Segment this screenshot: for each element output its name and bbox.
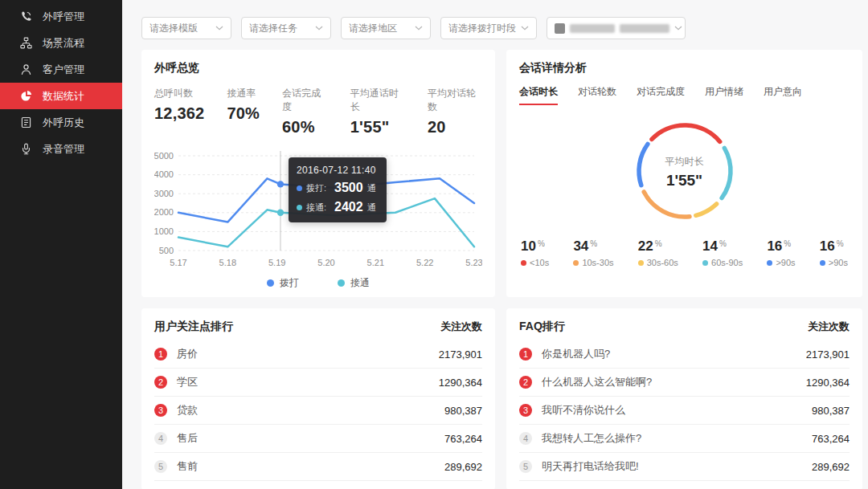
tab-duration[interactable]: 会话时长 (519, 85, 558, 105)
tab-emotion[interactable]: 用户情绪 (705, 85, 743, 105)
history-doc-icon (20, 116, 32, 128)
tooltip-row: 拨打:3500通 (297, 181, 379, 195)
rank-badge: 4 (154, 432, 167, 445)
rank-rows: 1房价2173,9012学区1290,3643贷款980,3874售后763,2… (154, 340, 482, 481)
rank-value: 1290,364 (806, 377, 850, 389)
chevron-down-icon (674, 26, 682, 31)
rank-label: 贷款 (177, 403, 444, 418)
filter-redacted-select[interactable] (547, 17, 686, 39)
stat-value: 1'55" (350, 118, 405, 137)
rank-label: 你是机器人吗? (542, 347, 806, 361)
chart-tooltip: 2016-07-12 11:40 拨打:3500通接通:2402通 (289, 157, 387, 222)
legend-label: 拨打 (280, 276, 299, 290)
rank-value: 980,387 (444, 405, 482, 417)
filter-template-select[interactable]: 请选择模版 (141, 17, 231, 39)
legend-item-接通[interactable]: 接通 (338, 276, 370, 290)
filter-region-select[interactable]: 请选择地区 (341, 17, 431, 39)
duration-stat: 16%>90s (820, 238, 848, 267)
flow-icon (20, 37, 32, 49)
rank-value: 289,692 (812, 461, 850, 473)
rank-rows: 1你是机器人吗?2173,9012什么机器人这么智能啊?1290,3643我听不… (519, 340, 850, 481)
overview-stat: 平均通话时长1'55" (350, 87, 405, 137)
rank-title: 用户关注点排行 (154, 320, 233, 334)
rank-label: 学区 (177, 375, 439, 389)
rank-badge: 1 (154, 348, 167, 361)
range-dot-icon (820, 260, 825, 266)
svg-text:5.19: 5.19 (268, 258, 285, 267)
filter-time-range-select[interactable]: 请选择拨打时段 (440, 17, 537, 39)
tab-completion[interactable]: 对话完成度 (637, 85, 685, 105)
sidebar-item-label: 场景流程 (43, 36, 84, 51)
range-dot-icon (702, 260, 708, 266)
rank-badge: 3 (519, 404, 532, 417)
series-dot-icon (297, 185, 302, 191)
session-tabs: 会话时长对话轮数对话完成度用户情绪用户意向 (519, 85, 850, 105)
filter-task-select[interactable]: 请选择任务 (241, 17, 331, 39)
stat-value: 20 (428, 118, 482, 137)
dashboard-grid: 外呼总览 总呼叫数12,362接通率70%会话完成度60%平均通话时长1'55"… (141, 50, 868, 489)
svg-text:500: 500 (159, 246, 174, 255)
rank-row: 5明天再打电话给我吧!289,692 (519, 453, 850, 481)
overview-stat: 接通率70% (227, 87, 260, 137)
range-dot-icon (638, 260, 644, 266)
duration-stat: 22%30s-60s (638, 238, 678, 267)
svg-text:3000: 3000 (154, 189, 174, 198)
rank-row: 3贷款980,387 (154, 397, 482, 425)
donut-chart: 平均时长 1'55" (628, 115, 741, 229)
donut-center-label: 平均时长 (665, 155, 704, 169)
sidebar-item-outbound-management[interactable]: 外呼管理 (0, 3, 122, 30)
rank-label: 房价 (177, 347, 439, 361)
filter-bar: 请选择模版请选择任务请选择地区请选择拨打时段 (141, 17, 868, 39)
chevron-down-icon (415, 26, 423, 31)
rank-label: 我听不清你说什么 (542, 403, 812, 418)
rank-label: 什么机器人这么智能啊? (542, 375, 806, 389)
sidebar-item-scenario-flow[interactable]: 场景流程 (0, 30, 122, 56)
overview-card-title: 外呼总览 (154, 61, 482, 75)
svg-text:5.18: 5.18 (219, 258, 236, 267)
legend-dot-icon (267, 279, 274, 287)
microphone-icon (20, 143, 32, 155)
rank-value: 763,264 (444, 433, 482, 445)
rank-value: 1290,364 (439, 377, 482, 389)
rank-title: FAQ排行 (519, 320, 565, 334)
rank-label: 售后 (177, 431, 444, 446)
tooltip-row: 接通:2402通 (297, 200, 379, 214)
rank-row: 4售后763,264 (154, 425, 482, 453)
sidebar-item-label: 外呼历史 (43, 116, 84, 130)
tab-rounds[interactable]: 对话轮数 (578, 85, 616, 105)
svg-text:5000: 5000 (154, 151, 174, 161)
sidebar-item-label: 录音管理 (43, 142, 84, 157)
session-card: 会话详情分析 会话时长对话轮数对话完成度用户情绪用户意向 平均时长 1'55" … (506, 50, 862, 297)
svg-text:4000: 4000 (154, 169, 174, 179)
sidebar: 外呼管理场景流程客户管理数据统计外呼历史录音管理 (0, 0, 122, 489)
rank-badge: 5 (154, 460, 167, 473)
tab-intent[interactable]: 用户意向 (764, 85, 802, 105)
svg-text:5.17: 5.17 (170, 258, 186, 267)
range-dot-icon (767, 260, 772, 266)
legend-item-拨打[interactable]: 拨打 (267, 276, 299, 290)
overview-stats: 总呼叫数12,362接通率70%会话完成度60%平均通话时长1'55"平均对话轮… (154, 87, 482, 137)
rank-value: 2173,901 (439, 348, 482, 361)
line-chart[interactable]: 500100020003000400050005.175.185.195.205… (154, 148, 482, 270)
legend-dot-icon (338, 279, 345, 287)
sidebar-item-customer-management[interactable]: 客户管理 (0, 56, 122, 83)
rank-count-header: 关注次数 (808, 320, 850, 334)
svg-text:5.22: 5.22 (416, 258, 433, 267)
rank-value: 980,387 (812, 405, 850, 417)
chevron-down-icon (215, 26, 223, 31)
stat-label: 总呼叫数 (154, 87, 204, 100)
stat-value: 12,362 (154, 104, 204, 123)
overview-stat: 总呼叫数12,362 (154, 87, 204, 137)
sidebar-item-recording-management[interactable]: 录音管理 (0, 136, 122, 162)
svg-text:2000: 2000 (154, 207, 174, 217)
series-dot-icon (297, 205, 302, 210)
donut-center-value: 1'55" (666, 172, 702, 189)
rank-value: 2173,901 (806, 348, 850, 361)
overview-card: 外呼总览 总呼叫数12,362接通率70%会话完成度60%平均通话时长1'55"… (141, 50, 495, 297)
sidebar-item-call-history[interactable]: 外呼历史 (0, 109, 122, 136)
redacted-value (555, 23, 669, 34)
rank-badge: 3 (154, 404, 167, 417)
sidebar-item-data-statistics[interactable]: 数据统计 (0, 83, 122, 109)
legend-label: 接通 (350, 276, 370, 290)
chevron-down-icon (315, 26, 323, 31)
